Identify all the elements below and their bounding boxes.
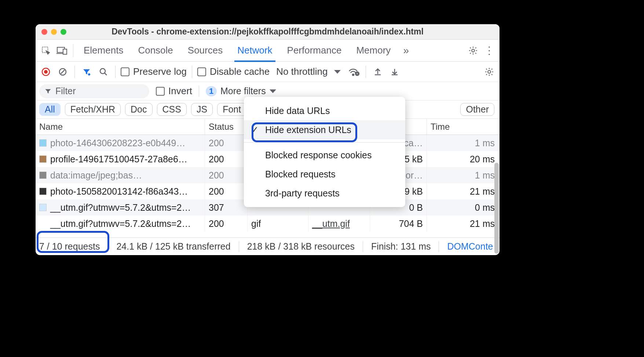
throttling-select[interactable]: No throttling <box>276 66 341 77</box>
more-tabs-icon[interactable]: » <box>399 43 413 58</box>
device-toolbar-icon[interactable] <box>55 43 69 58</box>
col-status[interactable]: Status <box>205 119 248 135</box>
filter-menu-label: Hide extension URLs <box>265 125 351 135</box>
request-initiator: __utm.gif <box>308 216 370 232</box>
request-type: gif <box>248 216 308 232</box>
tab-elements[interactable]: Elements <box>77 40 130 62</box>
request-time: 1 ms <box>427 135 499 151</box>
search-icon[interactable] <box>97 65 110 78</box>
chip-all[interactable]: All <box>39 103 61 116</box>
svg-point-9 <box>352 74 354 76</box>
upload-har-icon[interactable] <box>371 65 384 78</box>
chip-font[interactable]: Font <box>217 103 246 116</box>
status-requests: 7 / 10 requests <box>39 241 100 252</box>
checkbox-icon <box>197 67 206 76</box>
request-name: profile-1496175100457-27a8e6… <box>50 154 187 165</box>
resource-thumb-icon <box>39 220 47 227</box>
checkbox-icon <box>156 87 165 96</box>
filter-menu-item[interactable]: ✓Hide extension URLs <box>244 120 405 139</box>
chevron-down-icon <box>270 89 276 93</box>
filter-count-badge: 1 <box>206 86 217 96</box>
clear-button[interactable] <box>56 65 69 78</box>
col-time[interactable]: Time <box>427 119 499 135</box>
col-name[interactable]: Name <box>36 119 205 135</box>
resource-thumb-icon <box>39 139 47 147</box>
request-size: 704 B <box>370 216 427 232</box>
status-transferred: 24.1 kB / 125 kB transferred <box>116 241 230 252</box>
tab-console[interactable]: Console <box>131 40 179 62</box>
devtools-tabbar: Elements Console Sources Network Perform… <box>36 40 500 62</box>
filter-menu-item[interactable]: Hide data URLs <box>244 101 405 120</box>
resource-thumb-icon <box>39 172 47 179</box>
more-filters-menu: Hide data URLs✓Hide extension URLsBlocke… <box>244 97 405 207</box>
request-name: __utm.gif?utmwv=5.7.2&utms=2… <box>50 202 191 213</box>
filter-menu-label: Blocked requests <box>265 169 336 180</box>
status-resources: 218 kB / 318 kB resources <box>247 241 355 252</box>
filter-menu-label: Hide data URLs <box>265 106 330 116</box>
check-icon: ✓ <box>251 125 259 135</box>
more-filters-dropdown[interactable]: 1 More filters <box>206 86 276 96</box>
chip-other[interactable]: Other <box>460 103 494 116</box>
scrollbar-thumb[interactable] <box>494 163 499 254</box>
kebab-menu-icon[interactable]: ⋮ <box>482 43 497 58</box>
filter-toggle-icon[interactable] <box>80 65 93 78</box>
request-status: 200 <box>205 135 248 151</box>
svg-rect-2 <box>63 49 67 54</box>
tab-network[interactable]: Network <box>231 40 279 62</box>
request-time: 20 ms <box>427 151 499 167</box>
network-statusbar: 7 / 10 requests 24.1 kB / 125 kB transfe… <box>36 238 500 255</box>
chip-doc[interactable]: Doc <box>125 103 152 116</box>
tab-sources[interactable]: Sources <box>181 40 229 62</box>
settings-gear-icon[interactable] <box>466 43 480 58</box>
request-time: 0 ms <box>427 199 499 216</box>
filter-menu-label: Blocked response cookies <box>265 150 372 161</box>
request-status: 200 <box>205 167 248 183</box>
request-status: 200 <box>205 151 248 167</box>
resource-thumb-icon <box>39 155 47 163</box>
request-time: 21 ms <box>427 216 499 232</box>
invert-checkbox[interactable]: Invert <box>156 85 192 97</box>
initiator-link[interactable]: __utm.gif <box>312 218 350 229</box>
filter-menu-item[interactable]: Blocked response cookies <box>244 146 405 165</box>
network-settings-gear-icon[interactable] <box>483 65 496 78</box>
inspect-element-icon[interactable] <box>39 43 53 58</box>
chevron-down-icon <box>334 70 341 74</box>
close-window-button[interactable] <box>41 29 47 35</box>
zoom-window-button[interactable] <box>61 29 66 35</box>
svg-point-12 <box>488 70 491 73</box>
minimize-window-button[interactable] <box>51 29 57 35</box>
request-status: 307 <box>205 199 248 216</box>
network-toolbar: Preserve log Disable cache No throttling <box>36 62 500 82</box>
record-button[interactable] <box>39 65 52 78</box>
disable-cache-checkbox[interactable]: Disable cache <box>197 66 270 77</box>
filter-input[interactable]: Filter <box>39 84 149 98</box>
table-row[interactable]: __utm.gif?utmwv=5.7.2&utms=2… 200 gif __… <box>36 216 500 232</box>
request-name: data:image/jpeg;bas… <box>50 170 142 181</box>
svg-point-7 <box>88 73 90 76</box>
checkbox-icon <box>121 67 129 76</box>
svg-point-8 <box>100 69 105 74</box>
request-time: 1 ms <box>427 167 499 183</box>
status-finish: Finish: 131 ms <box>371 241 431 252</box>
window-title: DevTools - chrome-extension://pejkokffka… <box>36 27 500 37</box>
filter-menu-item[interactable]: 3rd-party requests <box>244 184 405 203</box>
network-conditions-icon[interactable] <box>347 65 361 78</box>
download-har-icon[interactable] <box>388 65 401 78</box>
tab-memory[interactable]: Memory <box>350 40 397 62</box>
titlebar: DevTools - chrome-extension://pejkokffka… <box>36 24 500 40</box>
filter-menu-item[interactable]: Blocked requests <box>244 165 405 184</box>
resource-thumb-icon <box>39 204 47 211</box>
request-time: 21 ms <box>427 183 499 199</box>
chip-fetch-xhr[interactable]: Fetch/XHR <box>65 103 121 116</box>
request-name: __utm.gif?utmwv=5.7.2&utms=2… <box>50 218 191 229</box>
chip-js[interactable]: JS <box>191 103 213 116</box>
status-domcontentloaded: DOMConte <box>447 241 493 252</box>
tab-performance[interactable]: Performance <box>281 40 348 62</box>
request-status: 200 <box>205 183 248 199</box>
traffic-lights <box>41 29 66 35</box>
funnel-icon <box>44 88 52 95</box>
svg-point-3 <box>472 49 475 52</box>
request-name: photo-1464306208223-e0b449… <box>50 138 185 148</box>
preserve-log-checkbox[interactable]: Preserve log <box>121 66 187 77</box>
chip-css[interactable]: CSS <box>157 103 187 116</box>
